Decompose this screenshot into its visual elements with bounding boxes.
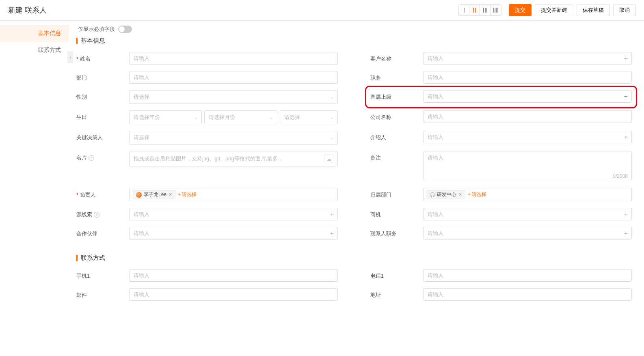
gender-select[interactable]: 请选择 ⌵ <box>129 90 338 104</box>
birthday-day-select[interactable]: 请选择 ⌵ <box>280 110 338 124</box>
label-birthday: 生日 <box>76 110 129 121</box>
layout-4col-icon[interactable] <box>491 5 501 15</box>
plus-icon[interactable]: + <box>330 230 334 237</box>
plus-icon[interactable]: + <box>624 55 628 62</box>
layout-2col-icon[interactable] <box>469 5 480 15</box>
birthday-month-select[interactable]: 请选择月份 ⌵ <box>204 110 277 124</box>
company-name-input[interactable] <box>423 110 632 123</box>
label-opportunity: 商机 <box>370 208 423 218</box>
sidebar: 基本信息 联系方式 ‹ <box>0 21 69 324</box>
chevron-down-icon: ⌵ <box>331 115 333 120</box>
label-contact-position: 联系人职务 <box>370 227 423 237</box>
close-icon[interactable]: ✕ <box>458 192 462 197</box>
close-icon[interactable]: ✕ <box>169 192 172 197</box>
svg-rect-7 <box>495 8 495 13</box>
label-supervisor: 直属上级 <box>370 90 423 101</box>
dept-icon <box>430 192 435 197</box>
row-introducer: 介绍人 + <box>370 131 632 145</box>
required-only-toggle[interactable] <box>118 26 132 33</box>
label-partner: 合作伙伴 <box>76 227 129 237</box>
dept-tag-input[interactable]: 研发中心 ✕ + 请选择 <box>423 188 632 201</box>
label-email: 邮件 <box>76 288 129 299</box>
row-name: * 姓名 <box>76 52 338 65</box>
plus-icon[interactable]: + <box>624 134 628 141</box>
svg-rect-0 <box>464 8 465 13</box>
email-input[interactable] <box>129 288 338 301</box>
collapse-handle-icon[interactable]: ‹ <box>67 51 73 63</box>
add-dept-link[interactable]: + 请选择 <box>468 191 486 198</box>
char-counter: 0/2000 <box>613 173 628 179</box>
row-phone1: 电话1 <box>370 269 632 282</box>
row-mobile1: 手机1 <box>76 269 338 282</box>
address-input[interactable] <box>423 288 632 301</box>
department-input[interactable] <box>129 71 338 84</box>
chevron-down-icon: ⌵ <box>331 135 333 140</box>
plus-icon[interactable]: + <box>624 230 628 237</box>
mobile1-input[interactable] <box>129 269 338 282</box>
section-basic-title: 基本信息 <box>81 37 105 45</box>
plus-icon[interactable]: + <box>330 211 334 218</box>
opportunity-input[interactable] <box>423 208 632 220</box>
basic-form: * 姓名 客户名称 + 部门 职务 <box>76 52 632 239</box>
content: 仅显示必填字段 基本信息 * 姓名 客户名称 + <box>69 21 644 324</box>
layout-1col-icon[interactable] <box>459 5 469 15</box>
upload-icon: ☁ <box>324 154 333 163</box>
header-actions: 提交 提交并新建 保存草稿 取消 <box>458 4 636 16</box>
label-introducer: 介绍人 <box>370 131 423 141</box>
main: 基本信息 联系方式 ‹ 仅显示必填字段 基本信息 * 姓名 客户名称 <box>0 21 644 324</box>
key-decision-select[interactable]: 请选择 ⌵ <box>129 131 338 145</box>
plus-icon[interactable]: + <box>624 93 628 100</box>
avatar-icon <box>136 192 142 198</box>
sidebar-item-contact[interactable]: 联系方式 <box>0 42 69 59</box>
owner-tag-input[interactable]: 李子龙Lee ✕ + 请选择 <box>129 188 338 201</box>
row-address: 地址 <box>370 288 632 301</box>
toggle-label: 仅显示必填字段 <box>78 26 115 33</box>
svg-rect-5 <box>486 8 487 13</box>
contact-position-input[interactable] <box>423 227 632 239</box>
label-owning-dept: 归属部门 <box>370 188 423 198</box>
help-icon[interactable]: ? <box>89 155 94 161</box>
chevron-down-icon: ⌵ <box>194 115 197 120</box>
help-icon[interactable]: ? <box>94 212 99 218</box>
phone1-input[interactable] <box>423 269 632 282</box>
row-partner: 合作伙伴 + <box>76 227 338 239</box>
label-phone1: 电话1 <box>370 269 423 280</box>
label-key-decision: 关键决策人 <box>76 131 129 141</box>
label-remark: 备注 <box>370 151 423 162</box>
supervisor-input[interactable] <box>423 90 632 103</box>
introducer-input[interactable] <box>423 131 632 143</box>
section-basic-header: 基本信息 <box>76 37 632 45</box>
cancel-button[interactable]: 取消 <box>613 4 636 16</box>
position-input[interactable] <box>423 71 632 84</box>
submit-button[interactable]: 提交 <box>509 4 532 16</box>
svg-rect-9 <box>497 8 498 13</box>
label-mobile1: 手机1 <box>76 269 129 280</box>
layout-switcher <box>458 4 501 16</box>
dept-tag: 研发中心 ✕ <box>427 190 465 199</box>
chevron-down-icon: ⌵ <box>270 115 273 120</box>
name-input[interactable] <box>129 52 338 65</box>
business-card-upload[interactable]: 拖拽或点击后粘贴图片，支持jpg、gif、png等格式的图片,最多... ☁ <box>129 151 338 166</box>
svg-rect-6 <box>493 8 494 13</box>
submit-and-new-button[interactable]: 提交并新建 <box>535 4 573 16</box>
row-contact-position: 联系人职务 + <box>370 227 632 239</box>
layout-3col-icon[interactable] <box>480 5 491 15</box>
remark-textarea[interactable] <box>423 151 632 180</box>
label-owner: * 负责人 <box>76 188 129 198</box>
partner-input[interactable] <box>129 227 338 239</box>
row-gender: 性别 请选择 ⌵ <box>76 90 338 104</box>
row-department: 部门 <box>76 71 338 84</box>
plus-icon[interactable]: + <box>624 211 628 218</box>
label-gender: 性别 <box>76 90 129 101</box>
svg-rect-2 <box>475 8 476 13</box>
source-lead-input[interactable] <box>129 208 338 220</box>
row-company-name: 公司名称 <box>370 110 632 124</box>
birthday-year-select[interactable]: 请选择年份 ⌵ <box>129 110 202 124</box>
save-draft-button[interactable]: 保存草稿 <box>577 4 610 16</box>
sidebar-item-basic[interactable]: 基本信息 <box>0 25 69 42</box>
row-business-card: 名片 ? 拖拽或点击后粘贴图片，支持jpg、gif、png等格式的图片,最多..… <box>76 151 338 181</box>
customer-name-input[interactable] <box>423 52 632 65</box>
required-mark-icon: * <box>76 56 78 62</box>
section-bar-icon <box>76 255 78 261</box>
add-owner-link[interactable]: + 请选择 <box>178 191 197 198</box>
